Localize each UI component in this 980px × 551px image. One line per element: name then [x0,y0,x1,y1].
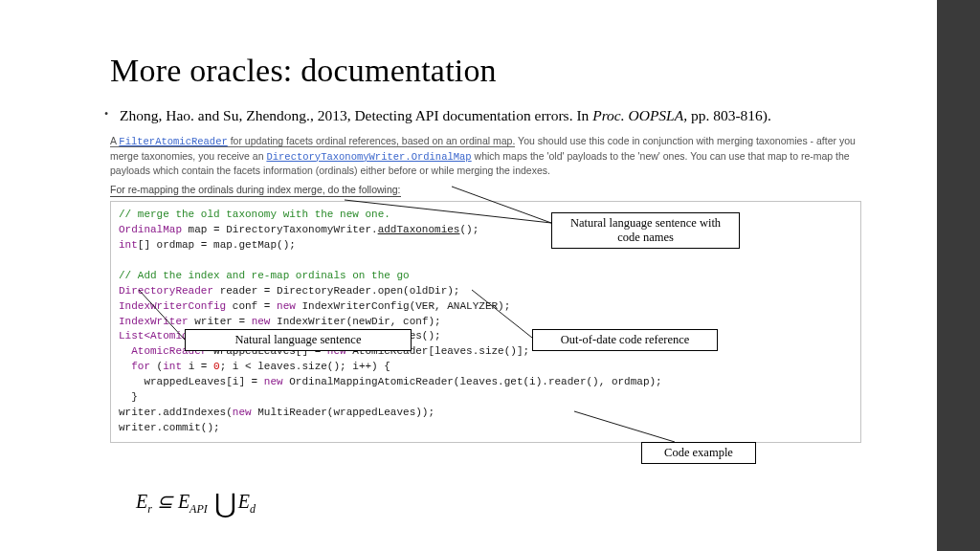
code-type: DirectoryReader [119,285,213,297]
formula-E-1: E [136,491,147,512]
doc-instruction: For re-mapping the ordinals during index… [110,184,401,197]
citation: Zhong, Hao. and Su, Zhendong., 2013, Det… [110,106,876,126]
formula-union: ⋃ [212,489,238,518]
formula-sub-d: d [250,502,256,516]
code-text: reader = DirectoryReader.open(oldDir); [213,285,459,297]
link-filteratomicreader[interactable]: FilterAtomicReader [119,136,227,147]
code-text: map = DirectoryTaxonomyWriter. [182,224,378,235]
code-text: IndexWriterConfig(VER, ANALYZER); [296,300,510,312]
code-type: IndexWriterConfig [119,300,226,312]
code-text: ( [150,361,163,372]
code-type: IndexWriter [119,316,189,327]
formula: Er ⊆ EAPI ⋃Ed [136,483,256,517]
slide-content: More oracles: documentation Zhong, Hao. … [110,53,876,443]
citation-pages: pp. 803-816). [687,107,771,123]
code-keyword: new [264,376,283,387]
code-text: i = [182,361,213,372]
code-text: IndexWriter(newDir, conf); [270,316,440,327]
code-type: int [163,361,182,372]
code-comment: // Add the index and re-map ordinals on … [119,270,410,281]
code-text: [] ordmap = map.getMap(); [138,239,296,251]
link-ordinalmap[interactable]: DirectoryTaxonomyWriter.OrdinalMap [266,151,471,163]
code-example: // merge the old taxonomy with the new o… [110,201,861,443]
code-number: 0 [213,361,220,372]
right-accent-bar [937,0,980,551]
callout-out-of-date-code: Out-of-date code reference [532,329,718,351]
code-comment: // merge the old taxonomy with the new o… [119,209,390,220]
code-text: MultiReader(wrappedLeaves)); [252,407,434,418]
code-text: } [119,391,138,403]
code-text: ; i < leaves.size(); i++) { [220,361,390,372]
code-keyword: new [277,300,296,312]
callout-natural-language: Natural language sentence [185,329,412,351]
slide: More oracles: documentation Zhong, Hao. … [0,0,980,551]
slide-title: More oracles: documentation [110,53,876,89]
code-text: writer.addIndexes( [119,407,233,418]
code-text: conf = [226,300,277,312]
doc-text: A [110,135,119,146]
doc-text: for updating facets ordinal references, … [228,135,516,146]
code-type: OrdinalMap [119,224,182,235]
callout-natural-language-codenames: Natural language sentence with code name… [551,212,740,249]
code-text: OrdinalMappingAtomicReader(leaves.get(i)… [283,376,662,387]
doc-prose: A FilterAtomicReader for updating facets… [110,134,861,178]
code-text: (); [459,224,479,235]
code-call: addTaxonomies [378,224,460,235]
callout-code-example: Code example [641,442,756,464]
citation-text: Zhong, Hao. and Su, Zhendong., 2013, Det… [120,107,592,123]
code-text: writer.commit(); [119,422,220,433]
citation-venue: Proc. OOPSLA, [592,107,687,123]
code-keyword: new [233,407,252,418]
formula-E-2: E [178,491,189,512]
formula-E-3: E [238,491,250,512]
formula-subset: ⊆ [152,491,178,512]
code-keyword: for [119,361,150,372]
code-keyword: new [252,316,271,327]
code-text: wrappedLeaves[i] = [119,376,264,387]
code-type: int [119,239,138,251]
documentation-excerpt: A FilterAtomicReader for updating facets… [110,134,861,443]
code-text: writer = [189,316,252,327]
formula-sub-api: API [189,502,208,516]
